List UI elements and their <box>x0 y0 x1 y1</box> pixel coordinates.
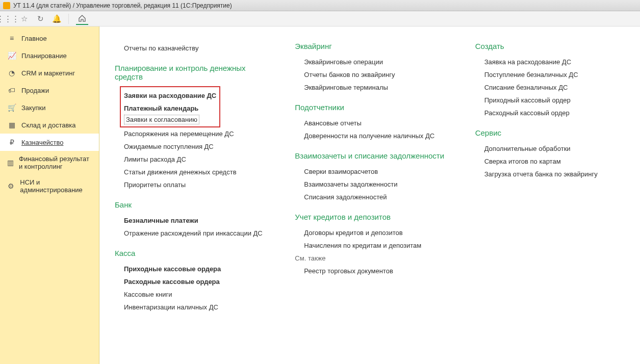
home-tab[interactable] <box>76 13 88 25</box>
section-advance-holders: Подотчетники <box>295 103 449 112</box>
link-reconciliations[interactable]: Сверки взаиморасчетов <box>295 165 449 178</box>
link-advance-reports[interactable]: Авансовые отчеты <box>295 117 449 129</box>
link-create-noncash-out[interactable]: Списание безналичных ДС <box>475 81 630 94</box>
link-acq-terminals[interactable]: Эквайринговые терминалы <box>295 81 449 94</box>
tag-icon: 🏷 <box>7 86 16 95</box>
section-service: Сервис <box>475 128 630 137</box>
link-noncash-payments[interactable]: Безналичные платежи <box>115 214 269 227</box>
link-credit-accruals[interactable]: Начисления по кредитам и депозитам <box>295 239 449 252</box>
boxes-icon: ▦ <box>7 120 16 129</box>
link-expected-receipts[interactable]: Ожидаемые поступления ДС <box>115 140 269 153</box>
cart-icon: 🛒 <box>7 103 16 112</box>
link-load-acq-report[interactable]: Загрузка отчета банка по эквайрингу <box>475 168 630 180</box>
window-titlebar: УТ 11.4 (для статей) / Управление торгов… <box>0 0 640 11</box>
column-2: Эквайринг Эквайринговые операции Отчеты … <box>295 42 449 354</box>
link-cash-poa[interactable]: Доверенности на получение наличных ДС <box>295 129 449 142</box>
link-create-noncash-in[interactable]: Поступление безналичных ДС <box>475 68 630 81</box>
sidebar-item-purchases[interactable]: 🛒 Закупки <box>0 99 99 116</box>
link-payment-calendar[interactable]: Платежный календарь <box>124 102 216 115</box>
link-pay-priorities[interactable]: Приоритеты оплаты <box>115 178 269 191</box>
plan-icon: 📈 <box>7 51 16 60</box>
sidebar-item-label: Закупки <box>21 104 45 112</box>
main-toolbar: ⋮⋮⋮ ☆ ↻ 🔔 <box>0 11 640 27</box>
link-move-orders[interactable]: Распоряжения на перемещение ДС <box>115 127 269 140</box>
section-credits-deposits: Учет кредитов и депозитов <box>295 213 449 221</box>
link-debt-offsets[interactable]: Взаимозачеты задолженности <box>295 178 449 191</box>
main-area: ≡ Главное 📈 Планирование ◔ CRM и маркети… <box>0 27 640 364</box>
gear-icon: ⚙ <box>7 181 15 191</box>
menu-icon: ≡ <box>7 34 16 43</box>
link-cash-books[interactable]: Кассовые книги <box>115 288 269 301</box>
link-create-spend-request[interactable]: Заявка на расходование ДС <box>475 56 630 68</box>
sidebar-item-label: Казначейство <box>21 139 63 146</box>
sidebar-item-label: Планирование <box>21 52 67 60</box>
window-title: УТ 11.4 (для статей) / Управление торгов… <box>13 2 232 9</box>
link-add-processing[interactable]: Дополнительные обработки <box>475 142 630 155</box>
section-cash: Касса <box>115 249 269 257</box>
link-credit-contracts[interactable]: Договоры кредитов и депозитов <box>295 226 449 239</box>
toolbar-separator <box>68 14 69 24</box>
history-icon[interactable]: ↻ <box>36 14 45 23</box>
sidebar-item-label: Финансовый результат и контроллинг <box>19 155 92 170</box>
sidebar-item-admin[interactable]: ⚙ НСИ и администрирование <box>0 174 99 198</box>
bars-icon: ▥ <box>7 158 14 167</box>
star-icon[interactable]: ☆ <box>19 14 29 23</box>
bell-icon[interactable]: 🔔 <box>52 14 61 23</box>
sidebar-item-finresult[interactable]: ▥ Финансовый результат и контроллинг <box>0 151 99 174</box>
link-reports-treasury[interactable]: Отчеты по казначейству <box>115 42 269 55</box>
app-icon <box>3 2 10 9</box>
link-cash-out-orders[interactable]: Расходные кассовые ордера <box>115 275 269 288</box>
link-card-totals[interactable]: Сверка итогов по картам <box>475 155 630 168</box>
link-create-cash-out[interactable]: Расходный кассовый ордер <box>475 107 630 119</box>
link-acq-ops[interactable]: Эквайринговые операции <box>295 56 449 68</box>
ruble-icon: ₽ <box>7 138 16 147</box>
apps-icon[interactable]: ⋮⋮⋮ <box>3 14 12 23</box>
column-3: Создать Заявка на расходование ДС Поступ… <box>475 42 630 354</box>
sidebar-item-crm[interactable]: ◔ CRM и маркетинг <box>0 64 99 82</box>
pie-icon: ◔ <box>7 68 16 77</box>
link-collection-diff[interactable]: Отражение расхождений при инкассации ДС <box>115 227 269 240</box>
sidebar-item-label: Продажи <box>21 87 49 94</box>
section-planning-control: Планирование и контроль денежных средств <box>115 64 269 81</box>
section-acquiring: Эквайринг <box>295 42 449 50</box>
link-cash-inventory[interactable]: Инвентаризации наличных ДС <box>115 301 269 314</box>
sidebar-item-label: CRM и маркетинг <box>21 69 75 77</box>
sidebar-item-treasury[interactable]: ₽ Казначейство <box>0 134 99 151</box>
sidebar-item-label: Главное <box>21 35 47 42</box>
section-create: Создать <box>475 42 630 50</box>
sidebar-item-label: Склад и доставка <box>21 121 76 129</box>
link-spend-requests[interactable]: Заявки на расходование ДС <box>124 89 216 102</box>
sidebar-item-planning[interactable]: 📈 Планирование <box>0 47 99 64</box>
column-1: Отчеты по казначейству Планирование и ко… <box>115 42 269 354</box>
sidebar-item-sales[interactable]: 🏷 Продажи <box>0 82 99 99</box>
section-offsets: Взаимозачеты и списание задолженности <box>295 151 449 160</box>
content-area: Отчеты по казначейству Планирование и ко… <box>99 27 640 364</box>
home-icon <box>78 14 86 22</box>
link-cashflow-articles[interactable]: Статьи движения денежных средств <box>115 166 269 178</box>
link-acq-bank-reports[interactable]: Отчеты банков по эквайрингу <box>295 68 449 81</box>
link-cash-in-orders[interactable]: Приходные кассовые ордера <box>115 263 269 275</box>
highlighted-links-box: Заявки на расходование ДС Платежный кале… <box>120 86 220 127</box>
sidebar-item-warehouse[interactable]: ▦ Склад и доставка <box>0 116 99 134</box>
link-trade-docs-registry[interactable]: Реестр торговых документов <box>295 265 449 277</box>
sidebar: ≡ Главное 📈 Планирование ◔ CRM и маркети… <box>0 27 99 364</box>
see-also-label: См. также <box>295 252 449 265</box>
link-spend-limits[interactable]: Лимиты расхода ДС <box>115 153 269 166</box>
link-create-cash-in[interactable]: Приходный кассовый ордер <box>475 94 630 107</box>
sidebar-item-main[interactable]: ≡ Главное <box>0 30 99 47</box>
link-debt-writeoffs[interactable]: Списания задолженностей <box>295 191 449 203</box>
link-approval-requests[interactable]: Заявки к согласованию <box>126 116 197 123</box>
section-bank: Банк <box>115 200 269 209</box>
sidebar-item-label: НСИ и администрирование <box>20 178 92 194</box>
